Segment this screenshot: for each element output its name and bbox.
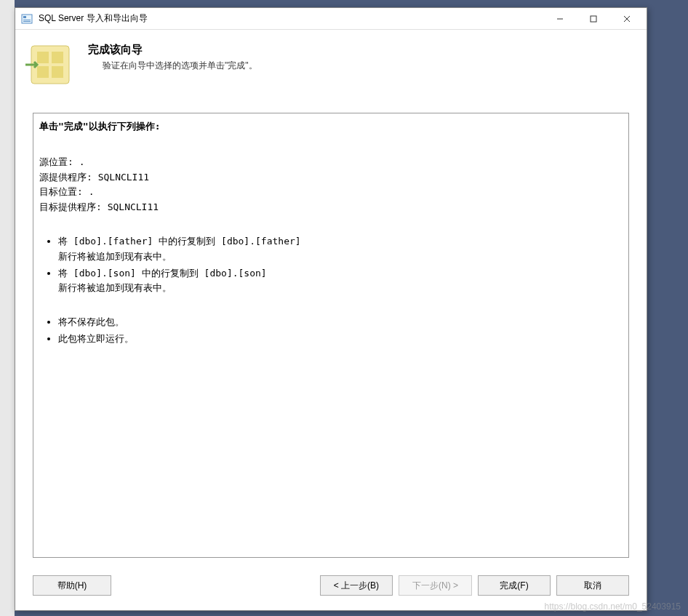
page-subtitle: 验证在向导中选择的选项并单击"完成"。 (88, 60, 632, 72)
list-item: 将 [dbo].[son] 中的行复制到 [dbo].[son] 新行将被追加到… (58, 266, 623, 297)
nav-button-group: < 上一步(B) 下一步(N) > 完成(F) 取消 (320, 575, 629, 596)
back-button[interactable]: < 上一步(B) (320, 575, 393, 596)
copy-item-sub: 新行将被追加到现有表中。 (58, 249, 623, 265)
cancel-button[interactable]: 取消 (556, 575, 629, 596)
wizard-icon (24, 39, 76, 91)
svg-rect-0 (22, 15, 32, 23)
copy-item-main: 将 [dbo].[father] 中的行复制到 [dbo].[father] (58, 236, 301, 247)
svg-rect-11 (37, 66, 49, 78)
titlebar: SQL Server 导入和导出向导 (15, 8, 647, 30)
copy-item-sub: 新行将被追加到现有表中。 (58, 281, 623, 296)
summary-panel: 单击"完成"以执行下列操作: 源位置: . 源提供程序: SQLNCLI11 目… (33, 113, 629, 558)
svg-rect-12 (52, 66, 63, 78)
source-provider: 源提供程序: SQLNCLI11 (39, 170, 623, 185)
minimize-button[interactable] (543, 9, 577, 29)
source-location: 源位置: . (39, 155, 623, 170)
list-item: 将 [dbo].[father] 中的行复制到 [dbo].[father] 新… (58, 234, 623, 265)
package-info-list: 将不保存此包。 此包将立即运行。 (39, 315, 623, 347)
button-bar: 帮助(H) < 上一步(B) 下一步(N) > 完成(F) 取消 (15, 565, 647, 610)
svg-rect-5 (591, 16, 596, 22)
location-info: 源位置: . 源提供程序: SQLNCLI11 目标位置: . 目标提供程序: … (39, 155, 623, 215)
app-icon (21, 13, 33, 25)
list-item: 此包将立即运行。 (58, 332, 623, 347)
copy-operations-list: 将 [dbo].[father] 中的行复制到 [dbo].[father] 新… (39, 234, 623, 296)
list-item: 将不保存此包。 (58, 315, 623, 330)
svg-rect-9 (37, 52, 49, 63)
summary-heading: 单击"完成"以执行下列操作: (39, 119, 623, 135)
maximize-button[interactable] (577, 9, 610, 29)
help-button[interactable]: 帮助(H) (33, 575, 111, 596)
wizard-header: 完成该向导 验证在向导中选择的选项并单击"完成"。 (15, 30, 647, 105)
header-text: 完成该向导 验证在向导中选择的选项并单击"完成"。 (88, 39, 632, 72)
target-provider: 目标提供程序: SQLNCLI11 (39, 200, 623, 215)
target-location: 目标位置: . (39, 185, 623, 200)
finish-button[interactable]: 完成(F) (478, 575, 551, 596)
copy-item-main: 将 [dbo].[son] 中的行复制到 [dbo].[son] (58, 268, 267, 279)
page-title: 完成该向导 (88, 43, 632, 57)
wizard-dialog: SQL Server 导入和导出向导 完成该向导 (15, 7, 647, 611)
window-title: SQL Server 导入和导出向导 (39, 12, 543, 25)
svg-rect-10 (52, 52, 63, 63)
svg-rect-1 (23, 16, 26, 18)
close-button[interactable] (610, 9, 644, 29)
background-fragment (0, 0, 15, 616)
next-button: 下一步(N) > (399, 575, 472, 596)
window-controls (543, 9, 644, 29)
content-area: 单击"完成"以执行下列操作: 源位置: . 源提供程序: SQLNCLI11 目… (15, 105, 647, 565)
svg-rect-2 (23, 20, 31, 20)
svg-rect-3 (23, 21, 31, 22)
